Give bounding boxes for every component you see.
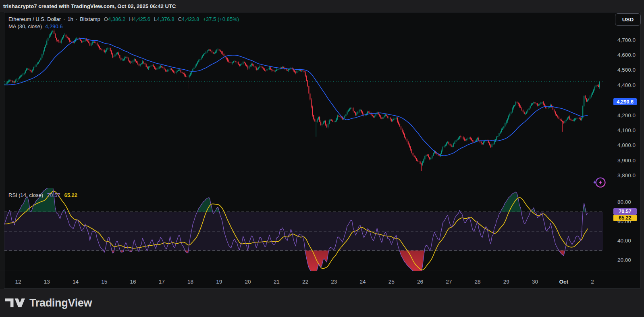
time-axis-label: 20 bbox=[245, 279, 251, 285]
price-axis-label: 4,100.0 bbox=[617, 127, 636, 133]
time-axis-label: 16 bbox=[130, 279, 136, 285]
rsi-legend-value: 70.57 bbox=[47, 192, 60, 198]
tradingview-snapshot: trishacrypto7 created with TradingView.c… bbox=[0, 0, 644, 317]
time-axis-label: 25 bbox=[388, 279, 395, 285]
rsi-axis-label: 80.00 bbox=[617, 199, 631, 205]
symbol-legend: Ethereum / U.S. Dollar · 1h · Bitstamp O… bbox=[8, 16, 239, 22]
price-pane-chart[interactable] bbox=[4, 12, 603, 188]
price-axis-label: 4,500.0 bbox=[617, 67, 636, 73]
tradingview-logo: TradingView bbox=[5, 297, 92, 309]
time-axis-label: 19 bbox=[216, 279, 222, 285]
ohlc-low-label: L bbox=[154, 16, 157, 22]
time-axis-label: 15 bbox=[101, 279, 107, 285]
time-axis-label: 26 bbox=[417, 279, 423, 285]
ma-legend-value: 4,290.6 bbox=[45, 23, 62, 29]
rsi-axis-label: 40.00 bbox=[617, 238, 631, 244]
rsi-legend: RSI (14, close) 70.57 65.22 bbox=[8, 192, 77, 198]
tradingview-logo-icon bbox=[5, 298, 25, 307]
rsi-ma-legend-value: 65.22 bbox=[64, 192, 78, 198]
rsi-legend-label: RSI (14, close) bbox=[8, 192, 43, 198]
time-axis-label: 29 bbox=[503, 279, 509, 285]
time-axis-label: 18 bbox=[187, 279, 193, 285]
time-axis-label: 22 bbox=[302, 279, 308, 285]
price-axis-label: 4,700.0 bbox=[617, 37, 636, 43]
rsi-pane-chart[interactable] bbox=[4, 188, 603, 271]
ma-legend: MA (30, close) 4,290.6 bbox=[8, 23, 62, 29]
time-axis-label: 27 bbox=[446, 279, 452, 285]
rsi-value-badge: 70.57 bbox=[613, 208, 637, 215]
ohlc-low-value: 4,376.8 bbox=[157, 16, 174, 22]
currency-toggle-button[interactable]: USD bbox=[615, 13, 641, 26]
time-axis-label: 30 bbox=[532, 279, 538, 285]
time-axis-label: 12 bbox=[15, 279, 21, 285]
time-axis-label: 13 bbox=[44, 279, 50, 285]
exchange-label: Bitstamp bbox=[80, 16, 100, 22]
time-axis-label: 24 bbox=[359, 279, 366, 285]
time-axis-label: 23 bbox=[331, 279, 337, 285]
time-axis-label: 21 bbox=[274, 279, 280, 285]
price-axis-label: 3,900.0 bbox=[617, 157, 636, 164]
attribution-bar: trishacrypto7 created with TradingView.c… bbox=[0, 0, 644, 12]
left-margin-strip bbox=[0, 12, 4, 289]
time-axis-label: 17 bbox=[159, 279, 165, 285]
change-value: +37.5 (+0.85%) bbox=[203, 16, 239, 22]
pane-separator[interactable] bbox=[0, 188, 640, 188]
ohlc-high-label: H bbox=[129, 16, 133, 22]
ohlc-close-value: 4,423.8 bbox=[182, 16, 199, 22]
ohlc-open-label: O bbox=[104, 16, 108, 22]
boost-lightning-icon[interactable] bbox=[591, 175, 609, 190]
price-axis-label: 3,800.0 bbox=[617, 172, 636, 178]
ohlc-open-value: 4,386.2 bbox=[108, 16, 125, 22]
symbol-title: Ethereum / U.S. Dollar bbox=[8, 16, 61, 22]
price-axis-label: 4,600.0 bbox=[617, 52, 636, 58]
time-axis-label: 28 bbox=[474, 279, 480, 285]
interval-label: 1h bbox=[67, 16, 73, 22]
time-axis-separator bbox=[0, 271, 640, 271]
rsi-axis-label: 20.00 bbox=[617, 257, 631, 263]
tradingview-logo-text: TradingView bbox=[29, 297, 92, 309]
time-axis-label: Oct bbox=[559, 279, 569, 285]
footer-bar: TradingView bbox=[0, 289, 644, 317]
price-axis-label: 4,200.0 bbox=[617, 112, 636, 118]
rsi-ma-value-badge: 65.22 bbox=[613, 215, 637, 221]
time-axis-label: 2 bbox=[591, 279, 594, 285]
ma-legend-label: MA (30, close) bbox=[8, 23, 42, 29]
ma-value-badge: 4,290.6 bbox=[613, 98, 637, 105]
attribution-text: trishacrypto7 created with TradingView.c… bbox=[3, 3, 176, 9]
time-axis-label: 14 bbox=[73, 279, 79, 285]
ohlc-close-label: C bbox=[178, 16, 182, 22]
ohlc-high-value: 4,425.6 bbox=[133, 16, 150, 22]
price-axis-label: 4,400.0 bbox=[617, 82, 636, 88]
price-axis-label: 4,000.0 bbox=[617, 142, 636, 148]
